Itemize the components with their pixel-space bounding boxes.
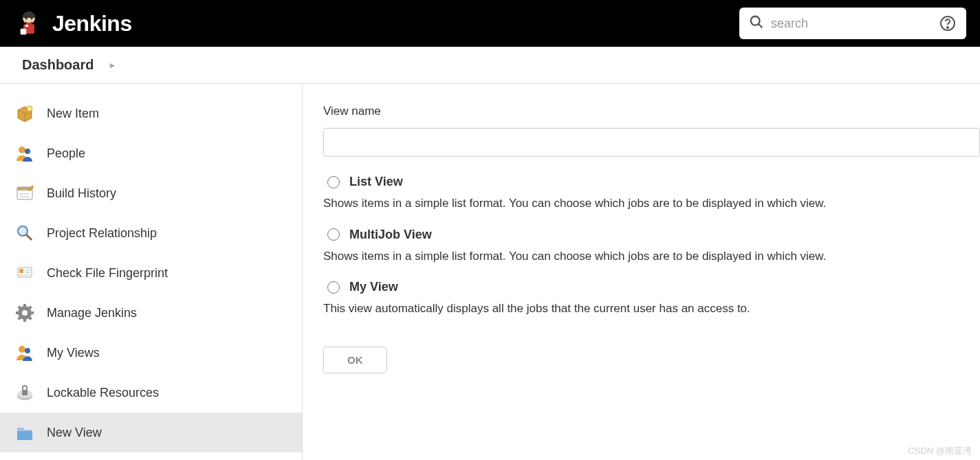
svg-line-7	[759, 24, 763, 28]
sidebar-item-label: People	[47, 146, 85, 161]
breadcrumb-dashboard[interactable]: Dashboard ▸	[22, 57, 115, 73]
radio-label-list-view[interactable]: List View	[349, 175, 403, 189]
radio-desc-list-view: Shows items in a simple list format. You…	[323, 195, 980, 212]
radio-my-view[interactable]	[327, 281, 340, 294]
magnifier-icon	[15, 223, 34, 243]
radio-list-view[interactable]	[327, 176, 340, 188]
sidebar-item-label: Manage Jenkins	[47, 306, 137, 320]
sidebar-item-label: Build History	[47, 186, 116, 201]
radio-desc-my-view: This view automatically displays all the…	[323, 300, 980, 318]
svg-point-1	[25, 18, 28, 20]
svg-rect-4	[21, 29, 26, 34]
sidebar-item-label: Check File Fingerprint	[47, 266, 168, 281]
svg-point-25	[22, 310, 28, 316]
svg-rect-28	[16, 311, 19, 314]
notepad-icon	[15, 184, 34, 203]
radio-label-my-view[interactable]: My View	[349, 280, 398, 294]
svg-rect-38	[22, 390, 28, 395]
svg-point-9	[947, 27, 948, 28]
svg-point-12	[25, 149, 30, 154]
radio-option-my-view: My View This view automatically displays…	[323, 280, 980, 318]
people-icon	[15, 144, 34, 163]
watermark: CSDN @南菠湾	[908, 445, 972, 457]
search-input[interactable]	[771, 17, 939, 31]
box-icon	[15, 104, 34, 123]
svg-rect-20	[19, 269, 23, 273]
people-icon	[15, 343, 34, 362]
search-box[interactable]	[739, 8, 966, 39]
sidebar-item-label: Project Relationship	[47, 226, 157, 241]
svg-point-11	[19, 146, 25, 153]
sidebar-item-manage-jenkins[interactable]: Manage Jenkins	[0, 293, 302, 333]
logo-area[interactable]: Jenkins	[14, 8, 132, 39]
header: Jenkins	[0, 0, 980, 47]
sidebar-item-my-views[interactable]: My Views	[0, 333, 302, 373]
sidebar-item-project-relationship[interactable]: Project Relationship	[0, 213, 302, 253]
radio-option-list-view: List View Shows items in a simple list f…	[323, 175, 980, 212]
main-content: View name List View Shows items in a sim…	[303, 84, 980, 460]
radio-multijob-view[interactable]	[327, 228, 340, 241]
svg-point-6	[751, 17, 760, 25]
svg-rect-5	[25, 25, 28, 27]
svg-point-35	[25, 348, 30, 353]
radio-option-multijob-view: MultiJob View Shows items in a simple li…	[323, 228, 980, 265]
jenkins-logo-icon	[14, 8, 44, 39]
help-icon[interactable]	[939, 14, 957, 32]
sidebar-item-build-history[interactable]: Build History	[0, 173, 302, 213]
svg-point-2	[31, 18, 33, 20]
search-icon	[749, 14, 764, 32]
fingerprint-icon	[15, 263, 34, 283]
sidebar: New Item People Build History Project Re…	[0, 84, 303, 460]
logo-text: Jenkins	[52, 11, 132, 36]
chevron-right-icon: ▸	[110, 60, 115, 70]
radio-label-multijob-view[interactable]: MultiJob View	[349, 228, 432, 242]
ok-button[interactable]: OK	[323, 347, 387, 373]
sidebar-item-lockable-resources[interactable]: Lockable Resources	[0, 373, 302, 413]
view-name-label: View name	[323, 105, 980, 118]
search-area	[739, 8, 966, 39]
svg-line-18	[26, 234, 32, 240]
svg-point-34	[19, 346, 25, 353]
breadcrumb-label: Dashboard	[22, 57, 94, 73]
gear-icon	[15, 303, 34, 322]
svg-point-17	[18, 226, 28, 236]
sidebar-item-label: My Views	[47, 346, 100, 360]
sidebar-item-new-view[interactable]: New View	[0, 413, 302, 452]
folder-icon	[15, 423, 34, 442]
svg-rect-27	[23, 318, 26, 322]
sidebar-item-label: New View	[47, 426, 102, 440]
sidebar-item-label: New Item	[47, 107, 99, 121]
svg-rect-29	[30, 311, 34, 314]
sidebar-item-label: Lockable Resources	[47, 386, 159, 400]
breadcrumb: Dashboard ▸	[0, 47, 980, 84]
radio-desc-multijob-view: Shows items in a simple list format. You…	[323, 248, 980, 265]
svg-point-10	[27, 106, 32, 111]
sidebar-item-new-item[interactable]: New Item	[0, 94, 302, 133]
lock-icon	[15, 383, 34, 402]
sidebar-item-check-file-fingerprint[interactable]: Check File Fingerprint	[0, 253, 302, 293]
sidebar-item-people[interactable]: People	[0, 133, 302, 173]
view-name-input[interactable]	[323, 128, 980, 157]
svg-rect-26	[23, 304, 26, 307]
